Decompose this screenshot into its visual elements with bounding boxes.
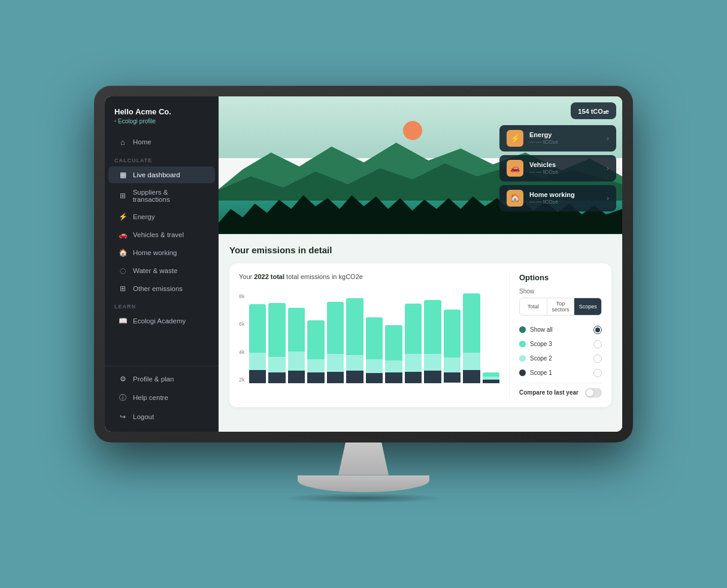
bar-group[interactable] [288, 293, 305, 383]
sidebar-item-home-working[interactable]: 🏠 Home working [108, 244, 215, 261]
chart-area: Your 2022 total total emissions in kgCO2… [239, 273, 499, 398]
home-card-arrow-icon: › [607, 194, 609, 202]
bar-group[interactable] [483, 293, 500, 383]
section-title: Your emissions in detail [229, 245, 611, 255]
bar-group[interactable] [307, 293, 325, 383]
monitor-wrapper: Hello Acme Co. ‹ Ecologi profile ⌂ Home … [94, 86, 633, 503]
home-card-icon: 🏠 [507, 190, 523, 207]
chart-title: Your 2022 total total emissions in kgCO2… [239, 273, 499, 280]
sidebar-item-energy[interactable]: ⚡ Energy [108, 208, 215, 225]
radio-scope1[interactable] [593, 369, 602, 377]
energy-card-icon: ⚡ [507, 130, 523, 147]
show-label: Show [519, 288, 602, 295]
option-row-scope2[interactable]: Scope 2 [519, 351, 602, 366]
option-row-show-all[interactable]: Show all [519, 323, 602, 337]
sidebar-item-suppliers[interactable]: ⊞ Suppliers & transactions [108, 184, 215, 207]
scope3-text: Scope 3 [530, 341, 552, 347]
screen: Hello Acme Co. ‹ Ecologi profile ⌂ Home … [105, 96, 622, 432]
energy-card-title: Energy [529, 131, 601, 138]
hero-section: 154 tCO₂e ⚡ Energy — — tCO₂e › [219, 96, 622, 234]
tab-scopes[interactable]: Scopes [574, 298, 601, 315]
compare-label: Compare to last year [519, 389, 578, 396]
option-row-scope1[interactable]: Scope 1 [519, 366, 602, 380]
show-all-text: Show all [530, 326, 553, 333]
bar-group[interactable] [327, 293, 344, 383]
emission-card-home[interactable]: 🏠 Home working — — tCO₂e › [499, 185, 616, 211]
y-axis: 8k 6k 4k 2k [239, 293, 245, 383]
sidebar-item-other[interactable]: ⊞ Other emissions [108, 280, 215, 297]
sidebar-item-vehicles[interactable]: 🚗 Vehicles & travel [108, 226, 215, 243]
sidebar-item-live-dashboard[interactable]: ▦ Live dashboard [108, 166, 215, 183]
bar-stack [327, 302, 344, 383]
bar-group[interactable] [366, 293, 383, 383]
bar-stack [346, 298, 364, 383]
option-row-scope3[interactable]: Scope 3 [519, 337, 602, 351]
top-emission-value: 154 tCO₂e [578, 108, 609, 115]
emissions-detail-section: Your emissions in detail Your 2022 total… [219, 234, 622, 432]
chevron-left-icon: ‹ [114, 118, 116, 124]
sidebar-item-help[interactable]: ⓘ Help centre [108, 389, 215, 407]
bar-group[interactable] [249, 293, 266, 383]
bolt-icon: ⚡ [118, 213, 128, 221]
emission-card-energy[interactable]: ⚡ Energy — — tCO₂e › [499, 125, 616, 151]
option-show-all-label-wrap: Show all [519, 326, 553, 333]
scope3-label-wrap: Scope 3 [519, 341, 552, 347]
bar-stack [288, 308, 305, 383]
sidebar-item-home[interactable]: ⌂ Home [108, 134, 215, 151]
bar-group[interactable] [346, 293, 364, 383]
drop-icon: ◌ [118, 266, 128, 275]
company-name: Hello Acme Co. [114, 107, 209, 116]
bar-chart-icon: ▦ [118, 171, 128, 179]
car-icon: 🚗 [118, 231, 128, 239]
bar-stack [307, 320, 325, 383]
sidebar-item-academy[interactable]: 📖 Ecologi Academy [108, 313, 215, 329]
bar-stack [366, 317, 383, 383]
vehicles-card-info: Vehicles — — tCO₂e [529, 161, 601, 175]
emission-card-vehicles[interactable]: 🚗 Vehicles — — tCO₂e › [499, 155, 616, 181]
bar-group[interactable] [385, 293, 402, 383]
sidebar-item-logout[interactable]: ↪ Logout [108, 408, 215, 425]
sidebar: Hello Acme Co. ‹ Ecologi profile ⌂ Home … [105, 96, 219, 432]
compare-row: Compare to last year [519, 383, 602, 398]
home-working-icon: 🏠 [118, 248, 128, 257]
stand-shadow [283, 493, 444, 503]
profile-link[interactable]: ‹ Ecologi profile [114, 118, 209, 125]
top-value-card: 154 tCO₂e [571, 102, 616, 119]
grid-icon: ⊞ [118, 284, 128, 293]
show-all-dot [519, 326, 526, 333]
section-calculate-label: CALCULATE [105, 151, 219, 166]
radio-inner-show-all [595, 328, 600, 332]
sidebar-item-water[interactable]: ◌ Water & waste [108, 262, 215, 279]
compare-toggle[interactable] [585, 388, 602, 398]
energy-card-arrow-icon: › [607, 134, 609, 143]
tab-group: Total Top sectors Scopes [519, 298, 602, 316]
y-label-8k: 8k [239, 293, 245, 299]
tab-total[interactable]: Total [520, 298, 547, 315]
home-icon: ⌂ [118, 138, 128, 147]
home-card-info: Home working — — tCO₂e [529, 191, 601, 205]
radio-scope3[interactable] [593, 340, 602, 348]
radio-scope2[interactable] [593, 354, 602, 363]
section-learn-label: LEARN [105, 298, 219, 312]
bar-group[interactable] [405, 293, 422, 383]
monitor-stand [94, 442, 633, 503]
bar-group[interactable] [424, 293, 441, 383]
book-icon: 📖 [118, 317, 128, 325]
bar-stack [483, 372, 500, 383]
bar-stack [249, 304, 266, 383]
toggle-knob [586, 389, 593, 396]
vehicles-card-icon: 🚗 [507, 160, 523, 177]
bar-group[interactable] [268, 293, 286, 383]
bar-group[interactable] [463, 293, 480, 383]
bar-group[interactable] [444, 293, 461, 383]
bar-stack [424, 300, 441, 383]
chart-card: Your 2022 total total emissions in kgCO2… [229, 263, 611, 407]
scope2-text: Scope 2 [530, 355, 552, 362]
radio-show-all[interactable] [593, 326, 602, 334]
y-label-6k: 6k [239, 321, 245, 327]
sidebar-item-profile[interactable]: ⚙ Profile & plan [108, 371, 215, 387]
tab-top-sectors[interactable]: Top sectors [547, 298, 575, 315]
help-icon: ⓘ [118, 393, 128, 403]
hero-sun [403, 121, 422, 140]
home-card-title: Home working [529, 191, 601, 198]
